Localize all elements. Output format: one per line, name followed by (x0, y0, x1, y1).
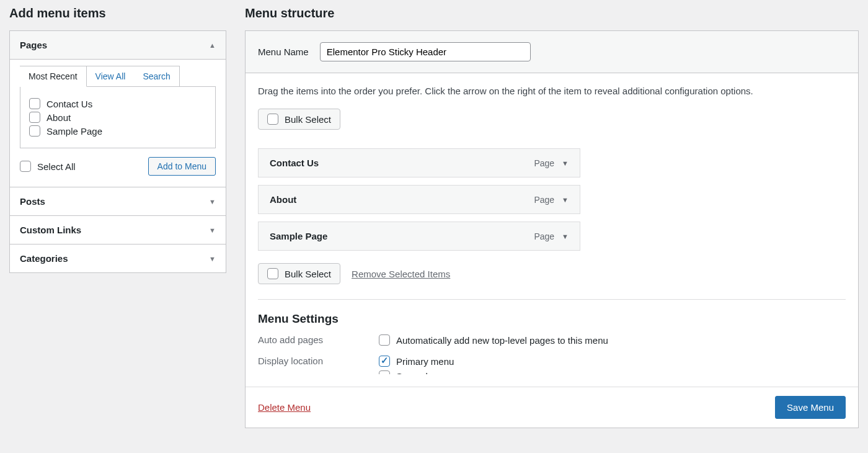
save-menu-button[interactable]: Save Menu (775, 396, 846, 419)
menu-item-title: About (270, 194, 296, 205)
menu-item[interactable]: Contact Us Page ▼ (258, 148, 580, 177)
caret-down-icon: ▼ (209, 255, 216, 262)
caret-down-icon[interactable]: ▼ (562, 196, 569, 204)
auto-add-option[interactable]: Automatically add new top-level pages to… (379, 334, 846, 346)
panel-pages-body: Most Recent View All Search Contact Us A… (10, 59, 226, 187)
bulk-select-label: Bulk Select (285, 269, 331, 279)
caret-down-icon[interactable]: ▼ (562, 159, 569, 167)
page-option-about[interactable]: About (29, 112, 206, 123)
remove-selected-link[interactable]: Remove Selected Items (352, 269, 450, 279)
auto-add-label: Auto add pages (258, 334, 379, 345)
menu-item-type: Page (534, 231, 554, 241)
location-secondary-text: Secondary menu (396, 371, 466, 375)
select-all-label: Select All (37, 161, 76, 172)
bulk-select-label: Bulk Select (285, 114, 331, 125)
auto-add-checkbox[interactable] (379, 334, 390, 346)
separator (258, 299, 846, 300)
page-option-contact-us[interactable]: Contact Us (29, 98, 206, 109)
menu-structure-heading: Menu structure (245, 6, 859, 20)
select-all-row[interactable]: Select All (20, 161, 76, 172)
panel-posts-header[interactable]: Posts ▼ (10, 187, 226, 215)
menu-item[interactable]: Sample Page Page ▼ (258, 222, 580, 251)
location-secondary-option[interactable]: Secondary menu (379, 370, 846, 374)
accordion-container: Pages ▲ Most Recent View All Search Cont… (9, 30, 226, 273)
page-option-label: Contact Us (46, 99, 92, 109)
panel-custom-links-label: Custom Links (20, 225, 81, 235)
panel-categories-header[interactable]: Categories ▼ (10, 244, 226, 272)
location-primary-checkbox[interactable] (379, 356, 390, 367)
page-checkbox[interactable] (29, 125, 40, 137)
location-secondary-checkbox[interactable] (379, 370, 390, 374)
caret-down-icon[interactable]: ▼ (562, 233, 569, 240)
panel-pages-label: Pages (20, 40, 47, 50)
add-items-heading: Add menu items (9, 6, 226, 20)
pages-tab-content: Contact Us About Sample Page (20, 86, 216, 148)
caret-down-icon: ▼ (209, 226, 216, 234)
menu-item-type: Page (534, 158, 554, 168)
delete-menu-link[interactable]: Delete Menu (258, 402, 311, 413)
page-option-label: About (46, 112, 71, 123)
panel-posts-label: Posts (20, 196, 45, 207)
pages-tabbar: Most Recent View All Search (20, 66, 180, 87)
menu-item-title: Contact Us (270, 158, 319, 168)
display-location-label: Display location (258, 356, 379, 366)
add-to-menu-button[interactable]: Add to Menu (148, 157, 216, 176)
panel-custom-links-header[interactable]: Custom Links ▼ (10, 215, 226, 244)
page-option-label: Sample Page (46, 126, 102, 137)
page-checkbox[interactable] (29, 98, 40, 109)
menu-item-type: Page (534, 195, 554, 205)
bulk-select-bottom[interactable]: Bulk Select (258, 263, 340, 284)
tab-most-recent[interactable]: Most Recent (20, 66, 87, 87)
bulk-select-checkbox[interactable] (267, 268, 278, 279)
menu-name-label: Menu Name (258, 47, 309, 57)
menu-items-list: Contact Us Page ▼ About Page ▼ (258, 148, 580, 251)
caret-up-icon: ▲ (209, 42, 216, 49)
auto-add-option-text: Automatically add new top-level pages to… (396, 335, 608, 346)
structure-box: Menu Name Drag the items into the order … (245, 30, 859, 428)
panel-categories-label: Categories (20, 253, 68, 264)
caret-down-icon: ▼ (209, 198, 216, 205)
bulk-select-checkbox[interactable] (267, 114, 278, 125)
tab-search[interactable]: Search (134, 66, 179, 87)
menu-item[interactable]: About Page ▼ (258, 185, 580, 214)
tab-view-all[interactable]: View All (87, 66, 135, 87)
menu-settings-heading: Menu Settings (258, 312, 846, 326)
menu-item-title: Sample Page (270, 231, 327, 241)
menu-name-input[interactable] (320, 42, 531, 61)
instructions-text: Drag the items into the order you prefer… (258, 86, 846, 96)
menu-settings: Menu Settings Auto add pages Automatical… (258, 312, 846, 374)
select-all-checkbox[interactable] (20, 161, 31, 172)
page-option-sample-page[interactable]: Sample Page (29, 125, 206, 137)
page-checkbox[interactable] (29, 112, 40, 123)
location-primary-text: Primary menu (396, 356, 454, 367)
panel-pages-header[interactable]: Pages ▲ (10, 31, 226, 59)
bulk-select-top[interactable]: Bulk Select (258, 109, 340, 130)
location-primary-option[interactable]: Primary menu (379, 356, 846, 367)
